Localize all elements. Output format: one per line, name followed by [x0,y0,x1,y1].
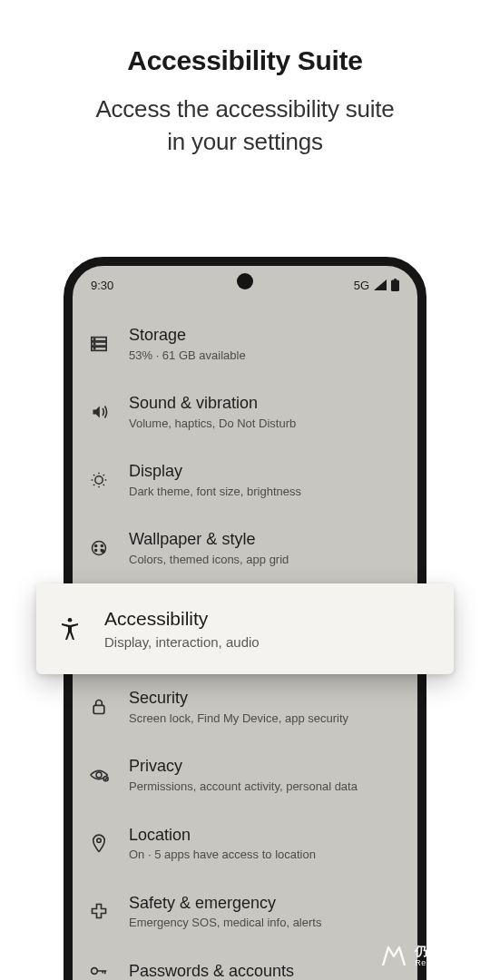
svg-point-16 [97,838,101,842]
status-bar: 9:30 5G [73,275,417,295]
settings-item-sound[interactable]: Sound & vibration Volume, haptics, Do No… [73,377,417,446]
watermark-text-en: RengwanGames [415,959,479,968]
signal-icon [374,279,387,290]
hero-title: Accessibility Suite [0,45,490,76]
item-title: Location [129,825,399,846]
item-subtitle: Emergency SOS, medical info, alerts [129,916,399,930]
settings-item-location[interactable]: Location On · 5 apps have access to loca… [73,809,417,877]
item-title: Sound & vibration [129,393,399,414]
item-title: Safety & emergency [129,893,399,914]
safety-icon [89,901,109,921]
item-title: Storage [129,325,399,346]
wallpaper-icon [89,538,109,558]
passwords-icon [89,961,109,980]
storage-icon [89,334,109,354]
item-subtitle: Screen lock, Find My Device, app securit… [129,711,399,726]
watermark: 仍玩游戏 RengwanGames [378,944,479,969]
settings-item-passwords[interactable]: Passwords & accounts [73,946,417,980]
settings-item-display[interactable]: Display Dark theme, font size, brightnes… [73,446,417,514]
settings-item-wallpaper[interactable]: Wallpaper & style Colors, themed icons, … [73,514,417,582]
item-subtitle: Display, interaction, audio [104,634,432,651]
item-subtitle: Dark theme, font size, brightness [129,485,399,499]
svg-point-5 [93,338,94,339]
item-subtitle: Volume, haptics, Do Not Disturb [129,416,399,431]
svg-point-12 [95,549,97,551]
svg-point-17 [92,968,98,975]
security-icon [89,697,109,717]
watermark-text-zh: 仍玩游戏 [415,945,479,958]
hero-subtitle-line: in your settings [167,128,323,155]
status-icons: 5G [354,279,399,292]
item-title: Display [129,461,399,482]
svg-point-8 [95,476,103,484]
status-time: 9:30 [91,279,113,292]
item-title: Accessibility [104,607,432,631]
item-title: Passwords & accounts [129,961,399,980]
svg-point-14 [96,772,102,778]
network-label: 5G [354,279,369,292]
svg-point-7 [93,348,94,348]
hero-subtitle-line: Access the accessibility suite [95,95,394,122]
item-title: Security [129,688,399,709]
sound-icon [89,402,109,422]
svg-rect-13 [93,705,104,713]
item-subtitle: Colors, themed icons, app grid [129,553,399,567]
privacy-icon [89,765,109,785]
battery-icon [391,279,399,291]
svg-rect-0 [391,280,399,292]
svg-point-18 [68,618,73,622]
location-icon [89,833,109,853]
watermark-logo-icon [378,944,409,969]
settings-item-privacy[interactable]: Privacy Permissions, account activity, p… [73,740,417,808]
svg-point-11 [101,544,103,546]
hero-subtitle: Access the accessibility suite in your s… [0,93,490,159]
settings-item-security[interactable]: Security Screen lock, Find My Device, ap… [73,672,417,740]
svg-point-10 [95,544,97,546]
svg-point-6 [93,343,94,344]
settings-item-safety[interactable]: Safety & emergency Emergency SOS, medica… [73,877,417,946]
display-icon [89,470,109,490]
settings-item-storage[interactable]: Storage 53% · 61 GB available [73,309,417,377]
svg-rect-1 [394,279,397,280]
item-subtitle: Permissions, account activity, personal … [129,779,399,794]
item-subtitle: 53% · 61 GB available [129,348,399,363]
item-title: Privacy [129,756,399,777]
item-subtitle: On · 5 apps have access to location [129,848,399,862]
accessibility-icon [58,617,82,641]
item-title: Wallpaper & style [129,529,399,550]
settings-item-accessibility[interactable]: Accessibility Display, interaction, audi… [36,583,454,674]
